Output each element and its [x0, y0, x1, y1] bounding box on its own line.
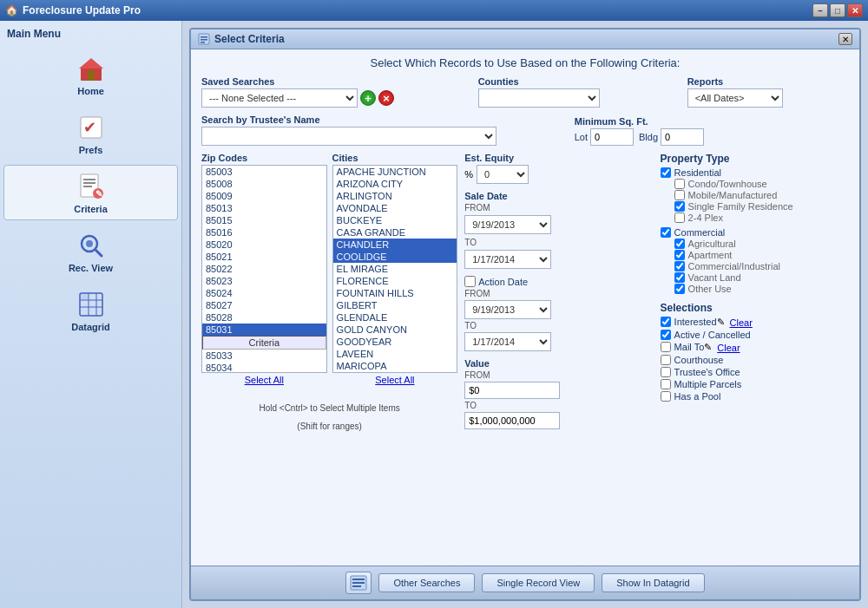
sidebar-item-recview[interactable]: Rec. View — [3, 224, 178, 279]
list-item[interactable]: 85034 — [202, 362, 326, 373]
list-item[interactable]: 85023 — [202, 275, 326, 287]
list-item[interactable]: GLENDALE — [333, 311, 457, 324]
list-item[interactable]: 85027 — [202, 299, 326, 311]
list-item[interactable]: 85021 — [202, 251, 326, 263]
list-item[interactable]: 85020 — [202, 239, 326, 251]
plex-checkbox-label[interactable]: 2-4 Plex — [674, 212, 849, 223]
has-pool-checkbox-label[interactable]: Has a Pool — [661, 391, 849, 402]
sidebar-item-prefs[interactable]: ✔ Prefs — [3, 106, 178, 161]
saved-searches-select[interactable]: --- None Selected --- — [201, 88, 358, 108]
minimize-button[interactable]: – — [812, 3, 828, 17]
list-item[interactable]: AVONDALE — [333, 202, 457, 214]
list-item-selected[interactable]: 85031 — [202, 324, 326, 336]
dialog-close-button[interactable]: ✕ — [838, 33, 852, 45]
bottom-icon-button[interactable] — [345, 572, 372, 594]
sale-date-from-select[interactable]: 9/19/2013 — [464, 215, 551, 234]
residential-checkbox[interactable] — [661, 167, 671, 178]
sidebar-item-criteria[interactable]: ✎ Criteria — [3, 165, 178, 220]
show-in-datagrid-button[interactable]: Show In Datagrid — [602, 573, 704, 592]
value-to-input[interactable] — [464, 412, 560, 429]
value-from-input[interactable] — [464, 382, 560, 399]
multiple-parcels-checkbox[interactable] — [661, 379, 671, 389]
list-item[interactable]: FOUNTAIN HILLS — [333, 287, 457, 299]
cities-listbox[interactable]: APACHE JUNCTION ARIZONA CITY ARLINGTON A… — [332, 165, 458, 373]
zip-select-all-button[interactable]: Select All — [201, 373, 327, 387]
sidebar-item-datagrid[interactable]: Datagrid — [3, 283, 178, 338]
apartment-checkbox[interactable] — [674, 250, 685, 260]
plex-checkbox[interactable] — [674, 212, 685, 223]
list-item-chandler[interactable]: CHANDLER — [333, 239, 457, 251]
list-item[interactable]: 85028 — [202, 311, 326, 324]
sidebar-item-home[interactable]: Home — [3, 47, 178, 102]
sfr-checkbox[interactable] — [674, 201, 685, 212]
list-item[interactable]: 85009 — [202, 190, 326, 202]
list-item[interactable]: 85003 — [202, 166, 326, 178]
vacant-land-checkbox[interactable] — [674, 272, 685, 283]
commercial-checkbox[interactable] — [661, 227, 671, 238]
active-cancelled-checkbox-label[interactable]: Active / Cancelled — [661, 330, 849, 340]
add-saved-search-button[interactable]: + — [360, 90, 376, 106]
trustees-office-checkbox[interactable] — [661, 367, 671, 377]
condo-checkbox[interactable] — [674, 179, 685, 189]
interested-checkbox[interactable] — [661, 317, 671, 327]
list-item[interactable]: GOLD CANYON — [333, 324, 457, 336]
list-item[interactable]: MARICOPA — [333, 360, 457, 372]
list-item[interactable]: FLORENCE — [333, 275, 457, 287]
list-item[interactable]: 85015 — [202, 214, 326, 226]
list-item[interactable]: CASA GRANDE — [333, 226, 457, 239]
mail-to-checkbox[interactable] — [661, 342, 671, 352]
list-item[interactable]: 85016 — [202, 226, 326, 239]
other-searches-button[interactable]: Other Searches — [378, 573, 475, 592]
vacant-land-checkbox-label[interactable]: Vacant Land — [674, 272, 849, 283]
interested-clear-link[interactable]: Clear — [730, 317, 753, 328]
active-cancelled-checkbox[interactable] — [661, 330, 671, 340]
list-item-coolidge[interactable]: COOLIDGE — [333, 251, 457, 263]
trustee-select[interactable] — [201, 127, 496, 146]
list-item[interactable]: LAVEEN — [333, 348, 457, 360]
bldg-input[interactable] — [661, 128, 704, 146]
courthouse-checkbox[interactable] — [661, 355, 671, 365]
list-item[interactable]: ARLINGTON — [333, 190, 457, 202]
list-item[interactable]: ARIZONA CITY — [333, 178, 457, 190]
interested-checkbox-label[interactable]: Interested — [661, 317, 717, 327]
list-item[interactable]: GOODYEAR — [333, 336, 457, 348]
list-item[interactable]: BUCKEYE — [333, 214, 457, 226]
list-item[interactable]: EL MIRAGE — [333, 263, 457, 275]
mobile-checkbox-label[interactable]: Mobile/Manufactured — [674, 190, 849, 200]
agricultural-checkbox-label[interactable]: Agricultural — [674, 239, 849, 249]
delete-saved-search-button[interactable]: × — [378, 90, 394, 106]
other-use-checkbox[interactable] — [674, 284, 685, 294]
cities-select-all-button[interactable]: Select All — [332, 373, 458, 387]
agricultural-checkbox[interactable] — [674, 239, 685, 249]
list-item[interactable]: GILBERT — [333, 299, 457, 311]
mobile-checkbox[interactable] — [674, 190, 685, 200]
residential-checkbox-label[interactable]: Residential — [661, 167, 849, 178]
action-date-from-select[interactable]: 9/19/2013 — [464, 300, 551, 319]
action-date-checkbox[interactable] — [464, 276, 476, 287]
multiple-parcels-checkbox-label[interactable]: Multiple Parcels — [661, 379, 849, 389]
close-button[interactable]: ✕ — [847, 3, 863, 17]
counties-select[interactable] — [478, 88, 600, 108]
lot-input[interactable] — [590, 128, 634, 146]
apartment-checkbox-label[interactable]: Apartment — [674, 250, 849, 260]
list-item[interactable]: 85024 — [202, 287, 326, 299]
other-use-checkbox-label[interactable]: Other Use — [674, 284, 849, 294]
mail-to-clear-link[interactable]: Clear — [717, 343, 740, 353]
action-date-to-select[interactable]: 1/17/2014 — [464, 332, 551, 351]
action-date-checkbox-label[interactable]: Action Date — [464, 276, 653, 287]
single-record-view-button[interactable]: Single Record View — [482, 573, 595, 592]
sale-date-to-select[interactable]: 1/17/2014 — [464, 250, 551, 269]
courthouse-checkbox-label[interactable]: Courthouse — [661, 355, 849, 365]
list-item[interactable]: 85033 — [202, 350, 326, 362]
equity-select[interactable]: 0 — [477, 165, 529, 184]
commercial-checkbox-label[interactable]: Commercial — [661, 227, 849, 238]
sfr-checkbox-label[interactable]: Single Family Residence — [674, 201, 849, 212]
list-item[interactable]: Criteria — [202, 336, 326, 350]
list-item[interactable]: 85008 — [202, 178, 326, 190]
condo-checkbox-label[interactable]: Condo/Townhouse — [674, 179, 849, 189]
trustees-office-checkbox-label[interactable]: Trustee's Office — [661, 367, 849, 377]
maximize-button[interactable]: □ — [830, 3, 845, 17]
reports-select[interactable]: <All Dates> — [687, 88, 783, 108]
commercial-ind-checkbox[interactable] — [674, 261, 685, 271]
has-pool-checkbox[interactable] — [661, 391, 671, 402]
